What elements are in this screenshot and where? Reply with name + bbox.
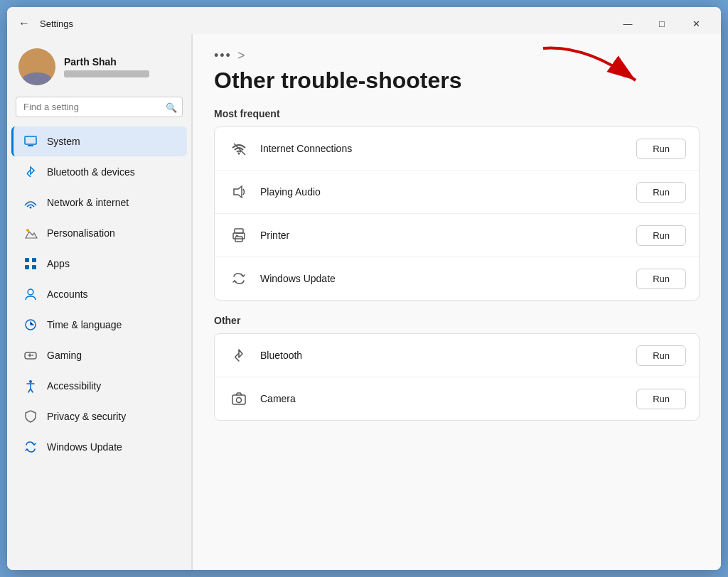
run-button[interactable]: Run bbox=[636, 139, 686, 159]
time-icon bbox=[23, 317, 38, 333]
sidebar-label-apps: Apps bbox=[47, 258, 70, 269]
bluetooth-icon bbox=[23, 164, 38, 180]
user-profile: Parth Shah bbox=[7, 41, 191, 97]
accounts-icon bbox=[23, 286, 38, 302]
update-icon bbox=[23, 439, 38, 455]
svg-rect-7 bbox=[32, 265, 36, 269]
svg-point-14 bbox=[238, 153, 240, 155]
bluetooth-icon bbox=[228, 344, 250, 367]
svg-point-11 bbox=[32, 355, 33, 356]
table-row: BluetoothRun bbox=[215, 334, 699, 377]
sidebar-item-apps[interactable]: Apps bbox=[11, 249, 187, 279]
window-controls: — □ ✕ bbox=[611, 13, 712, 34]
item-label: Playing Audio bbox=[260, 186, 636, 198]
svg-rect-0 bbox=[25, 136, 36, 144]
back-button[interactable]: ← bbox=[16, 16, 33, 31]
svg-rect-17 bbox=[235, 229, 243, 233]
svg-point-12 bbox=[29, 380, 32, 383]
avatar bbox=[18, 48, 55, 85]
system-icon bbox=[23, 134, 38, 149]
sidebar-label-privacy: Privacy & security bbox=[47, 411, 126, 422]
wifi-icon bbox=[228, 137, 250, 160]
sidebar-item-personalisation[interactable]: Personalisation bbox=[11, 218, 187, 248]
close-button[interactable]: ✕ bbox=[680, 13, 712, 34]
search-icon: 🔍 bbox=[166, 102, 177, 112]
svg-point-8 bbox=[28, 289, 33, 295]
sidebar-item-gaming[interactable]: Gaming bbox=[11, 340, 187, 370]
breadcrumb: ••• > bbox=[214, 48, 700, 63]
main-content: ••• > Other trouble-shooters Most freque… bbox=[193, 34, 721, 570]
item-label: Printer bbox=[260, 230, 636, 241]
table-row: Windows UpdateRun bbox=[215, 257, 699, 300]
svg-point-22 bbox=[237, 398, 242, 403]
run-button[interactable]: Run bbox=[636, 389, 686, 409]
run-button[interactable]: Run bbox=[636, 182, 686, 203]
printer-icon bbox=[228, 224, 250, 247]
update-icon bbox=[228, 267, 250, 290]
user-email bbox=[64, 70, 149, 77]
search-input[interactable] bbox=[16, 97, 183, 117]
network-icon bbox=[23, 195, 38, 210]
troubleshoot-sections: Most frequentInternet ConnectionsRunPlay… bbox=[214, 108, 700, 421]
sidebar-item-system[interactable]: System bbox=[11, 126, 187, 156]
sidebar-item-network[interactable]: Network & internet bbox=[11, 188, 187, 217]
troubleshoot-list: Internet ConnectionsRunPlaying AudioRunP… bbox=[214, 126, 700, 301]
sidebar-item-accounts[interactable]: Accounts bbox=[11, 279, 187, 309]
svg-rect-20 bbox=[236, 235, 238, 237]
run-button[interactable]: Run bbox=[636, 225, 686, 246]
svg-marker-16 bbox=[234, 186, 242, 198]
svg-rect-1 bbox=[28, 145, 33, 146]
sidebar-item-time[interactable]: Time & language bbox=[11, 310, 187, 340]
sidebar-item-privacy[interactable]: Privacy & security bbox=[11, 401, 187, 431]
section-label: Other bbox=[214, 315, 700, 326]
item-label: Windows Update bbox=[260, 273, 636, 284]
titlebar-title: Settings bbox=[40, 18, 73, 29]
privacy-icon bbox=[23, 409, 38, 424]
settings-window: ← Settings — □ ✕ Parth Shah bbox=[7, 7, 721, 570]
troubleshoot-list: BluetoothRunCameraRun bbox=[214, 333, 700, 421]
sidebar-label-system: System bbox=[47, 136, 80, 147]
svg-rect-6 bbox=[25, 265, 29, 269]
sidebar-label-time: Time & language bbox=[47, 319, 122, 330]
sidebar-label-update: Windows Update bbox=[47, 441, 122, 453]
sidebar-label-accounts: Accounts bbox=[47, 288, 88, 300]
sidebar-label-accessibility: Accessibility bbox=[47, 380, 101, 392]
content-area: Parth Shah 🔍 SystemBluetooth & devicesNe… bbox=[7, 34, 721, 570]
personalisation-icon bbox=[23, 225, 38, 241]
svg-point-2 bbox=[30, 207, 32, 209]
table-row: Playing AudioRun bbox=[215, 171, 699, 214]
item-label: Camera bbox=[260, 393, 636, 404]
run-button[interactable]: Run bbox=[636, 269, 686, 289]
search-box: 🔍 bbox=[16, 97, 183, 117]
sidebar-label-bluetooth: Bluetooth & devices bbox=[47, 166, 135, 178]
sidebar-item-accessibility[interactable]: Accessibility bbox=[11, 371, 187, 401]
user-info: Parth Shah bbox=[64, 56, 149, 77]
audio-icon bbox=[228, 180, 250, 203]
minimize-button[interactable]: — bbox=[611, 13, 644, 34]
item-label: Bluetooth bbox=[260, 350, 636, 361]
user-name: Parth Shah bbox=[64, 56, 149, 68]
maximize-button[interactable]: □ bbox=[646, 13, 678, 34]
table-row: PrinterRun bbox=[215, 214, 699, 257]
svg-point-3 bbox=[26, 229, 29, 232]
camera-icon bbox=[228, 387, 250, 410]
sidebar-label-network: Network & internet bbox=[47, 197, 129, 208]
breadcrumb-dots: ••• bbox=[214, 48, 232, 63]
gaming-icon bbox=[23, 347, 38, 363]
sidebar-label-gaming: Gaming bbox=[47, 350, 82, 361]
sidebar-item-update[interactable]: Windows Update bbox=[11, 432, 187, 462]
table-row: Internet ConnectionsRun bbox=[215, 127, 699, 171]
sidebar-nav: SystemBluetooth & devicesNetwork & inter… bbox=[7, 126, 191, 563]
page-header: ••• > Other trouble-shooters bbox=[214, 48, 700, 94]
run-button[interactable]: Run bbox=[636, 345, 686, 366]
titlebar: ← Settings — □ ✕ bbox=[7, 7, 721, 34]
sidebar: Parth Shah 🔍 SystemBluetooth & devicesNe… bbox=[7, 34, 192, 570]
sidebar-item-bluetooth[interactable]: Bluetooth & devices bbox=[11, 157, 187, 187]
accessibility-icon bbox=[23, 378, 38, 394]
section-label: Most frequent bbox=[214, 108, 700, 119]
table-row: CameraRun bbox=[215, 377, 699, 420]
svg-rect-4 bbox=[25, 258, 29, 262]
breadcrumb-separator: > bbox=[237, 48, 245, 63]
item-label: Internet Connections bbox=[260, 143, 636, 154]
page-title: Other trouble-shooters bbox=[214, 68, 700, 94]
